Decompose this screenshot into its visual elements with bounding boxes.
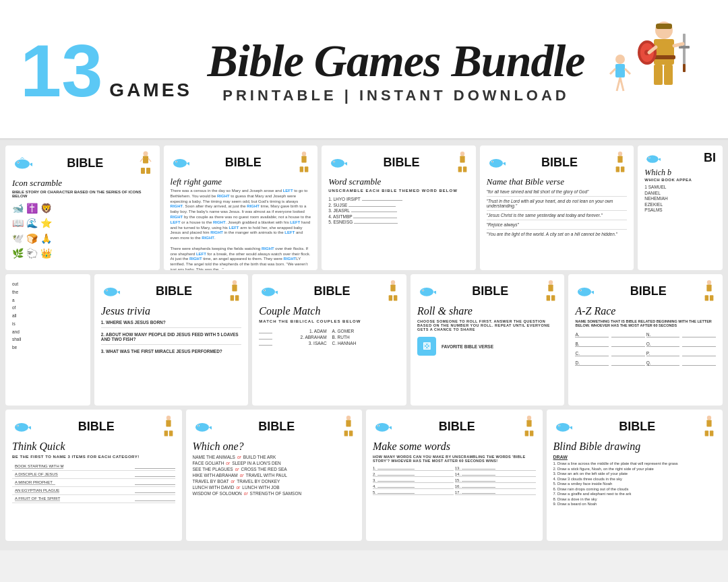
svg-point-45 xyxy=(492,161,493,162)
svg-point-70 xyxy=(549,280,553,284)
whale-icon-12 xyxy=(373,420,392,433)
subtitle: PRINTABLE | INSTANT DOWNLOAD xyxy=(206,87,586,104)
card-jesus-trivia: BIBLE Jesus trivia 1. WHERE WAS JESUS BO… xyxy=(94,274,249,406)
svg-rect-1 xyxy=(615,64,625,77)
card-icon-scramble: BIBLE Icon scramble BIBLE STORY OR CHARA… xyxy=(5,146,160,270)
card13-game-title: Blind Bible drawing xyxy=(553,441,717,453)
svg-point-23 xyxy=(143,152,148,156)
card-roll-share: BIBLE Roll & share CHOOSE SOMEONE TO ROL… xyxy=(411,274,565,406)
warrior-icon-6 xyxy=(228,280,241,302)
warrior-icon-10 xyxy=(162,415,175,438)
svg-point-32 xyxy=(302,152,306,156)
svg-rect-93 xyxy=(344,430,348,436)
svg-point-62 xyxy=(264,290,265,290)
svg-rect-64 xyxy=(390,284,395,291)
svg-point-36 xyxy=(331,159,344,168)
number-display: 13 xyxy=(20,34,102,108)
svg-rect-100 xyxy=(524,430,528,436)
svg-rect-33 xyxy=(302,156,307,162)
card10-bible-label: BIBLE xyxy=(78,420,115,434)
card2-bible-label: BIBLE xyxy=(225,156,262,170)
svg-point-76 xyxy=(580,290,581,290)
warrior-illustration xyxy=(607,13,701,128)
card6-game-title: Jesus trivia xyxy=(101,305,242,317)
main-title: Bible Games Bundle xyxy=(206,38,586,84)
svg-rect-17 xyxy=(683,64,686,72)
svg-rect-41 xyxy=(458,166,461,172)
card-blind-drawing: BIBLE Blind Bible drawing DRAW 1. Draw a… xyxy=(547,410,723,541)
card10-subtitle: BE THE FIRST TO NAME 3 ITEMS FOR EACH CA… xyxy=(12,455,175,459)
svg-rect-72 xyxy=(547,295,550,300)
svg-point-102 xyxy=(556,423,570,432)
svg-point-90 xyxy=(198,425,198,426)
card5-bible-label: BI xyxy=(704,151,716,165)
header-section: 13 GAMES Bible Games Bundle PRINTABLE | … xyxy=(0,0,728,140)
warrior-icon-8 xyxy=(544,280,557,302)
card-bible-verse: BIBLE Name that Bible verse "for all hav… xyxy=(480,146,634,270)
svg-rect-86 xyxy=(164,430,167,436)
card10-game-title: Think Quick xyxy=(12,441,175,453)
card-word-scramble: BIBLE Word scramble UNSCRAMBLE EACH BIBL… xyxy=(322,146,476,270)
svg-point-63 xyxy=(391,280,395,284)
svg-line-19 xyxy=(674,44,683,46)
svg-rect-8 xyxy=(654,39,674,65)
card3-bible-label: BIBLE xyxy=(383,156,419,170)
svg-rect-92 xyxy=(346,420,351,426)
whale-icon-4 xyxy=(487,156,506,169)
svg-rect-42 xyxy=(463,166,466,172)
card8-desc: CHOOSE SOMEONE TO ROLL FIRST. ANSWER THE… xyxy=(417,319,558,331)
svg-point-29 xyxy=(173,159,187,168)
svg-point-46 xyxy=(618,152,622,156)
svg-rect-108 xyxy=(710,430,713,436)
header-right xyxy=(600,13,708,128)
svg-point-98 xyxy=(526,416,530,420)
svg-point-74 xyxy=(578,288,591,296)
svg-rect-49 xyxy=(621,166,624,172)
row-3: BIBLE Think Quick BE THE FIRST TO NAME 3… xyxy=(5,410,723,541)
card11-bible-label: BIBLE xyxy=(258,420,295,434)
svg-point-104 xyxy=(558,425,559,426)
svg-line-27 xyxy=(140,158,143,162)
games-label: GAMES xyxy=(109,79,192,101)
svg-rect-65 xyxy=(388,295,392,300)
whale-icon-8 xyxy=(417,284,436,298)
svg-point-81 xyxy=(15,423,28,432)
header-left: 13 GAMES xyxy=(20,34,192,108)
card12-game-title: Make some words xyxy=(373,441,536,453)
svg-line-4 xyxy=(610,69,615,74)
svg-point-22 xyxy=(18,162,19,163)
card-couple-match: BIBLE Couple Match MATCH THE BIBLICAL CO… xyxy=(252,274,406,406)
card1-bible-label: BIBLE xyxy=(67,156,103,170)
svg-rect-106 xyxy=(706,420,711,426)
svg-rect-71 xyxy=(549,284,553,291)
svg-point-53 xyxy=(104,288,117,296)
whale-icon-3 xyxy=(328,156,347,169)
whale-icon xyxy=(12,156,32,170)
svg-point-67 xyxy=(420,288,433,296)
card3-desc: UNSCRAMBLE EACH BIBLE THEMED WORD BELOW xyxy=(328,189,469,193)
card8-game-title: Roll & share xyxy=(417,305,558,317)
cards-container: BIBLE Icon scramble BIBLE STORY OR CHARA… xyxy=(0,140,728,550)
header-center: Bible Games Bundle PRINTABLE | INSTANT D… xyxy=(192,38,600,104)
card2-game-title: left right game xyxy=(171,176,311,187)
svg-point-95 xyxy=(375,423,389,432)
card1-desc: BIBLE STORY OR CHARACTER BASED ON THE SE… xyxy=(12,190,153,198)
warrior-icon-4 xyxy=(613,151,627,174)
card-left-right: BIBLE left right game There was a census… xyxy=(164,146,318,270)
card13-bible-label: BIBLE xyxy=(619,420,655,434)
whale-icon-10 xyxy=(12,420,31,433)
warrior-icon-2 xyxy=(297,151,311,174)
svg-point-91 xyxy=(346,416,351,420)
svg-point-38 xyxy=(334,161,334,162)
svg-point-31 xyxy=(175,161,176,162)
card-partial-left: out the a of all is and shall be xyxy=(5,274,90,406)
card4-bible-label: BIBLE xyxy=(541,156,578,170)
svg-rect-80 xyxy=(710,295,713,300)
svg-rect-16 xyxy=(679,46,690,48)
svg-rect-57 xyxy=(233,284,237,291)
card11-game-title: Which one? xyxy=(193,441,356,453)
card5-game-title: Which b xyxy=(644,168,716,178)
card-which-book: BI Which b WHICH BOOK APPEA 1 SAMUEL DAN… xyxy=(638,146,723,270)
svg-line-3 xyxy=(620,77,624,91)
svg-rect-99 xyxy=(526,420,531,426)
